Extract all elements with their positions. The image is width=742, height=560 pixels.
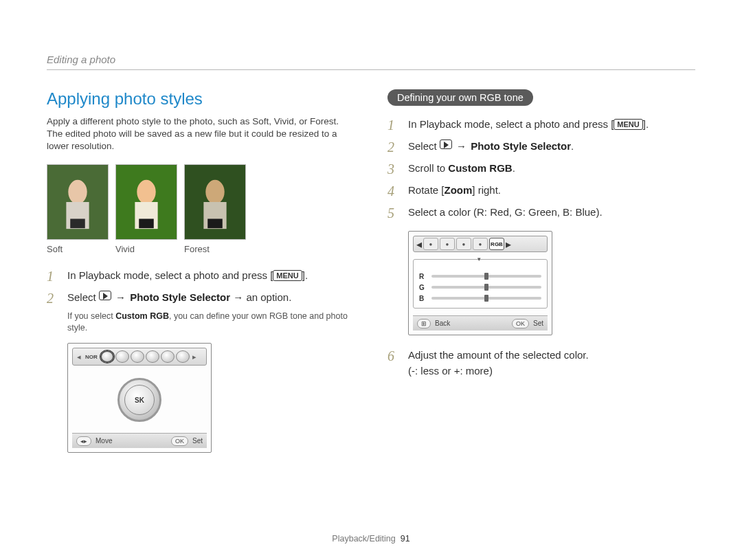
svg-point-1	[68, 179, 87, 203]
thumb-label-soft: Soft	[47, 244, 109, 254]
step-number: 4	[387, 183, 400, 199]
step-number: 1	[387, 117, 400, 133]
step-bold: Photo Style Selector	[471, 140, 571, 152]
back-hint-icon: ⊞	[417, 319, 431, 328]
slider-b: B	[419, 293, 541, 304]
step-number: 6	[387, 348, 400, 379]
slider-g: G	[419, 282, 541, 293]
nav-right-icon: ▸	[506, 238, 511, 251]
set-label: Set	[192, 437, 203, 445]
step-text: In Playback mode, select a photo and pre…	[67, 269, 273, 281]
footer-page-number: 91	[401, 534, 410, 544]
thumb-label-vivid: Vivid	[115, 244, 177, 254]
step-text: ].	[302, 269, 308, 281]
rgb-tab-selected: RGB	[489, 238, 504, 250]
rgb-tab-strip: ◂ ● ● ● ● RGB ▸	[413, 236, 548, 252]
step-text: Select	[408, 140, 440, 152]
move-label: Move	[95, 437, 112, 445]
right-step-5: 5 Select a color (R: Red, G: Green, B: B…	[387, 205, 695, 221]
right-step-3: 3 Scroll to Custom RGB.	[387, 161, 695, 177]
rgb-screenshot: ◂ ● ● ● ● RGB ▸ ▾ R G	[408, 231, 552, 335]
step-text: (-: less or +: more)	[408, 365, 493, 377]
step-text: ].	[643, 118, 649, 130]
step-text: Rotate [	[408, 184, 445, 196]
rgb-tab: ●	[473, 238, 488, 250]
left-step-2-sub: If you select Custom RGB, you can define…	[67, 311, 355, 334]
style-nor-label: NOR	[84, 354, 99, 360]
rgb-tab: ●	[423, 238, 438, 250]
style-dial: SK	[117, 378, 161, 422]
right-column: Defining your own RGB tone 1 In Playback…	[387, 89, 695, 453]
rgb-tab: ●	[440, 238, 455, 250]
step-number: 2	[47, 290, 59, 306]
svg-point-5	[137, 179, 155, 203]
step-text: .	[513, 162, 515, 174]
arrow-icon: →	[456, 139, 466, 155]
step-text: Scroll to	[408, 162, 448, 174]
slider-label-g: G	[419, 284, 426, 291]
page-footer: Playback/Editing 91	[0, 534, 742, 544]
svg-point-9	[205, 179, 224, 203]
step-bold: Custom RGB	[448, 162, 512, 174]
ok-hint: OK	[171, 436, 188, 446]
right-step-4: 4 Rotate [Zoom] right.	[387, 183, 695, 199]
play-icon	[440, 139, 452, 149]
move-hint: ◂▸	[76, 436, 91, 446]
ok-hint: OK	[512, 319, 529, 328]
right-step-2: 2 Select → Photo Style Selector.	[387, 139, 695, 155]
nav-left-icon: ◂	[416, 238, 422, 251]
dial-label: SK	[135, 396, 144, 404]
set-label: Set	[533, 320, 543, 327]
menu-button-icon: MENU	[614, 119, 642, 130]
screenshot-bottom-bar: ⊞ Back OK Set	[413, 315, 548, 331]
step-text: Select	[67, 291, 99, 303]
slider-marker-icon: ▾	[477, 256, 481, 262]
style-thumbnails	[47, 164, 355, 240]
svg-rect-7	[139, 219, 154, 228]
step-text: Select a color (R: Red, G: Green, B: Blu…	[408, 205, 695, 221]
arrow-icon: →	[115, 290, 126, 306]
step-number: 5	[387, 205, 400, 221]
svg-rect-11	[207, 219, 223, 228]
right-step-1: 1 In Playback mode, select a photo and p…	[387, 117, 695, 133]
footer-section: Playback/Editing	[332, 534, 395, 544]
style-selector-screenshot: ◂ NOR ▸ SK ◂▸ Move OK	[67, 343, 212, 453]
slider-label-r: R	[419, 273, 426, 280]
header-rule	[47, 69, 695, 70]
play-icon	[99, 291, 111, 300]
style-chip-selected	[100, 350, 114, 363]
style-chip	[176, 350, 190, 363]
style-chip	[131, 350, 144, 363]
slider-label-b: B	[419, 295, 426, 302]
page-header: Editing a photo	[47, 54, 695, 65]
step-number: 2	[387, 139, 400, 155]
left-column: Applying photo styles Apply a different …	[47, 89, 355, 453]
screenshot-bottom-bar: ◂▸ Move OK Set	[72, 433, 207, 448]
nav-left-icon: ◂	[76, 352, 82, 361]
rgb-tab: ●	[456, 238, 471, 250]
step-text: Adjust the amount of the selected color.	[408, 349, 589, 361]
left-step-1: 1 In Playback mode, select a photo and p…	[47, 268, 355, 284]
style-chip	[115, 350, 129, 363]
style-chip	[146, 350, 159, 363]
section-heading: Applying photo styles	[47, 89, 355, 109]
subsection-pill: Defining your own RGB tone	[387, 89, 533, 106]
slider-knob	[484, 284, 488, 291]
step-text: ] right.	[472, 184, 501, 196]
style-chip	[161, 350, 175, 363]
menu-button-icon: MENU	[273, 270, 302, 281]
right-step-6: 6 Adjust the amount of the selected colo…	[387, 348, 695, 379]
intro-paragraph: Apply a different photo style to the pho…	[47, 115, 355, 153]
thumb-label-forest: Forest	[184, 244, 246, 254]
slider-knob	[484, 295, 488, 302]
step-text: → an option.	[230, 291, 291, 303]
thumb-forest	[184, 164, 246, 240]
svg-rect-3	[70, 219, 85, 228]
slider-r: R	[419, 271, 541, 282]
step-number: 3	[387, 161, 400, 177]
thumb-vivid	[115, 164, 177, 240]
rgb-sliders: ▾ R G B	[413, 259, 548, 309]
thumb-soft	[47, 164, 109, 240]
step-number: 1	[47, 268, 59, 284]
nav-right-icon: ▸	[191, 352, 198, 361]
